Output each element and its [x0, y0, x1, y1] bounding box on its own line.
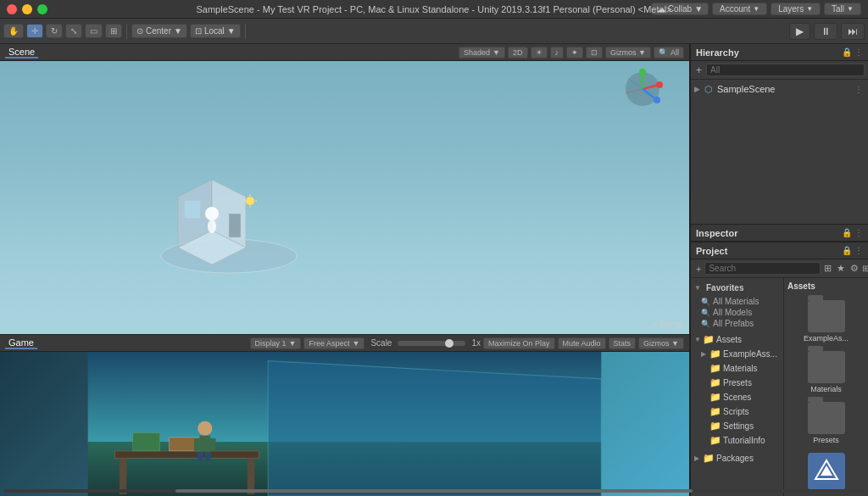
- game-gizmos-button[interactable]: Gizmos ▼: [638, 337, 684, 349]
- scene-background: [0, 61, 689, 334]
- pivot-dropdown[interactable]: < Persp ⊙ Center ▼: [131, 24, 187, 38]
- svg-point-19: [654, 97, 660, 103]
- hierarchy-menu-icon[interactable]: ⋮: [854, 47, 863, 57]
- project-search-input[interactable]: [704, 262, 821, 275]
- assets-scrollbar[interactable]: [784, 489, 865, 493]
- svg-point-7: [208, 220, 216, 233]
- rotate-tool-button[interactable]: ↻: [46, 24, 63, 38]
- layers-button[interactable]: Layers ▼: [771, 3, 821, 15]
- asset-item-presets[interactable]: Presets: [787, 399, 865, 447]
- maximize-button[interactable]: [37, 4, 47, 14]
- scale-tool-button[interactable]: ⤡: [65, 24, 82, 38]
- fx-button[interactable]: ✦: [566, 47, 583, 59]
- scene-viewport[interactable]: < Persp: [0, 61, 689, 334]
- asset-item-unity[interactable]: [787, 450, 865, 493]
- world-icon: ⊡: [195, 26, 202, 36]
- hierarchy-panel: Hierarchy 🔒 ⋮ + ▶ ⬡ SampleScene ⋮: [691, 44, 868, 225]
- maximize-on-play-button[interactable]: Maximize On Play: [483, 337, 555, 349]
- layers-arrow-icon: ▼: [806, 5, 813, 13]
- stats-button[interactable]: Stats: [609, 337, 637, 349]
- multi-tool-button[interactable]: ⊞: [105, 24, 122, 38]
- asset-item-materials[interactable]: Materials: [787, 348, 865, 396]
- assets-expand-icon: ▼: [694, 336, 701, 343]
- project-panel: Project 🔒 ⋮ + ⊞ ★ ⚙ ⊞11 ▼ Favor: [691, 242, 868, 496]
- project-view-button[interactable]: ⊞: [822, 263, 833, 274]
- hierarchy-scene-menu[interactable]: ⋮: [854, 85, 863, 94]
- materials-asset-label: Materials: [810, 385, 842, 393]
- proj-tree-settings[interactable]: 📁 Settings: [691, 419, 783, 433]
- lighting-button[interactable]: ☀: [531, 47, 548, 59]
- game-tab-bar: Game Display 1 ▼ Free Aspect ▼ Scale 1x: [0, 335, 689, 352]
- hierarchy-lock-icon[interactable]: 🔒: [842, 47, 852, 57]
- proj-fav-models[interactable]: 🔍 All Models: [691, 307, 783, 318]
- pause-button[interactable]: ⏸: [814, 23, 837, 40]
- minimize-button[interactable]: [22, 4, 32, 14]
- right-panels: Hierarchy 🔒 ⋮ + ▶ ⬡ SampleScene ⋮: [690, 44, 868, 496]
- layout-arrow-icon: ▼: [847, 5, 854, 13]
- proj-tree-scripts[interactable]: 📁 Scripts: [691, 404, 783, 419]
- svg-rect-35: [205, 452, 211, 461]
- project-add-button[interactable]: +: [694, 264, 703, 274]
- project-lock-icon[interactable]: 🔒: [842, 246, 852, 255]
- project-star-button[interactable]: ★: [835, 263, 847, 274]
- hierarchy-add-button[interactable]: +: [694, 64, 704, 76]
- game-scene-objects: [0, 352, 689, 496]
- inspector-menu-icon[interactable]: ⋮: [854, 228, 863, 237]
- layout-button[interactable]: Tall ▼: [824, 3, 861, 15]
- inspector-lock-icon[interactable]: 🔒: [842, 228, 852, 237]
- project-title: Project: [696, 246, 727, 256]
- scene-tab[interactable]: Scene: [5, 47, 38, 59]
- step-button[interactable]: ⏭: [841, 23, 865, 40]
- shading-dropdown[interactable]: Shaded ▼: [459, 47, 505, 59]
- svg-marker-24: [268, 361, 601, 496]
- proj-tree-example[interactable]: ▶ 📁 ExampleAss...: [691, 347, 783, 361]
- hierarchy-scene-label: SampleScene: [717, 84, 776, 94]
- collab-arrow-icon: ▼: [694, 4, 703, 14]
- audio-button[interactable]: ♪: [550, 47, 565, 59]
- svg-rect-31: [199, 436, 210, 452]
- project-settings-icon[interactable]: ⚙: [849, 263, 860, 274]
- svg-rect-5: [229, 214, 241, 237]
- assets-folder-icon: 📁: [703, 334, 715, 345]
- svg-rect-28: [133, 433, 160, 451]
- proj-fav-prefabs[interactable]: 🔍 All Prefabs: [691, 318, 783, 329]
- persp-label: < Persp: [653, 320, 682, 329]
- 2d-button[interactable]: 2D: [508, 47, 528, 59]
- hand-tool-button[interactable]: ✋: [3, 24, 24, 38]
- proj-fav-materials[interactable]: 🔍 All Materials: [691, 296, 783, 307]
- close-button[interactable]: [7, 4, 17, 14]
- project-content: ▼ Favorites 🔍 All Materials 🔍 All Models…: [691, 278, 868, 496]
- scale-label: Scale: [370, 338, 392, 348]
- proj-tree-materials[interactable]: 📁 Materials: [691, 361, 783, 376]
- world-arrow-icon: ▼: [227, 26, 236, 36]
- account-button[interactable]: Account ▼: [712, 3, 767, 15]
- asset-item-example[interactable]: ExampleAs...: [787, 298, 865, 345]
- mute-audio-button[interactable]: Mute Audio: [558, 337, 606, 349]
- project-menu-icon[interactable]: ⋮: [854, 246, 863, 255]
- hierarchy-search-input[interactable]: [706, 64, 865, 76]
- packages-folder-icon: 📁: [703, 453, 715, 464]
- aspect-dropdown[interactable]: Free Aspect ▼: [303, 337, 364, 349]
- favorites-expand-icon: ▼: [694, 284, 701, 292]
- display-dropdown[interactable]: Display 1 ▼: [250, 337, 302, 349]
- game-controls: Display 1 ▼ Free Aspect ▼ Scale 1x Maxim…: [250, 337, 684, 349]
- world-dropdown[interactable]: ⊡ Local ▼: [190, 24, 241, 38]
- proj-packages-section[interactable]: ▶ 📁 Packages: [691, 451, 783, 465]
- move-tool-button[interactable]: ✛: [26, 24, 43, 38]
- game-tab[interactable]: Game: [5, 337, 37, 349]
- proj-tree-presets[interactable]: 📁 Presets: [691, 376, 783, 390]
- example-expand-icon: ▶: [701, 350, 708, 358]
- play-button[interactable]: ▶: [789, 23, 810, 40]
- hierarchy-scene-item[interactable]: ▶ ⬡ SampleScene ⋮: [691, 81, 868, 97]
- proj-tree-scenes[interactable]: 📁 Scenes: [691, 390, 783, 404]
- playback-controls: ▶ ⏸ ⏭: [789, 23, 865, 40]
- scene-camera-button[interactable]: ⊡: [586, 47, 603, 59]
- gizmo-widget: [621, 68, 664, 110]
- traffic-lights: [7, 4, 47, 14]
- scale-slider[interactable]: [398, 341, 465, 346]
- proj-tree-tutorial[interactable]: 📁 TutorialInfo: [691, 433, 783, 448]
- gizmos-button[interactable]: Gizmos ▼: [605, 47, 651, 59]
- game-viewport[interactable]: [0, 352, 689, 496]
- rect-tool-button[interactable]: ▭: [85, 24, 103, 38]
- scene-search[interactable]: 🔍 All: [654, 47, 684, 59]
